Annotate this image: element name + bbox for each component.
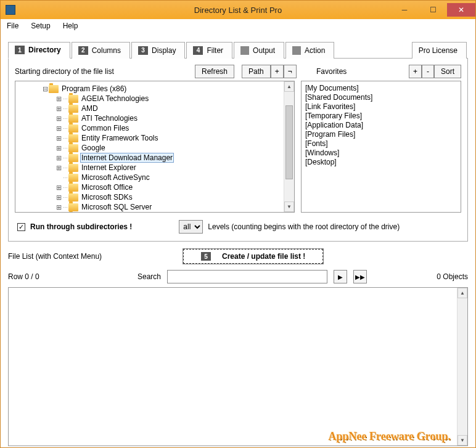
tree-node-label[interactable]: Internet Explorer	[80, 163, 137, 172]
favorite-item[interactable]: [Application Data]	[305, 121, 457, 130]
expander-icon[interactable]: ⊞	[55, 144, 62, 152]
objects-count-label: 0 Objects	[437, 272, 468, 281]
expander-icon[interactable]: ⊞	[55, 154, 62, 162]
tab-action[interactable]: Action	[285, 42, 334, 59]
folder-icon	[68, 134, 78, 142]
folder-icon	[68, 105, 78, 113]
path-plus-button[interactable]: +	[271, 65, 284, 78]
path-neg-button[interactable]: ¬	[284, 65, 297, 78]
favorite-item[interactable]: [Program Files]	[305, 130, 457, 139]
close-button[interactable]: ✕	[447, 3, 475, 17]
row-count-label: Row 0 / 0	[8, 272, 131, 281]
start-dir-label: Starting directory of the file list	[15, 67, 195, 76]
tree-node-label[interactable]: Common Files	[80, 124, 130, 132]
scroll-down-icon[interactable]: ▼	[284, 202, 294, 212]
menu-file[interactable]: File	[4, 20, 21, 31]
search-label: Search	[137, 272, 161, 281]
result-list[interactable]: AppNee Freeware Group. ▲ ▼	[8, 287, 468, 446]
folder-icon	[68, 124, 78, 132]
expander-icon[interactable]: ⊞	[55, 164, 62, 172]
search-last-button[interactable]: ▶▶	[353, 270, 367, 283]
expander-icon[interactable]: ⊞	[55, 95, 62, 103]
folder-icon	[68, 193, 78, 202]
tab-pro-license[interactable]: Pro License	[412, 42, 467, 59]
favorite-item[interactable]: [Link Favorites]	[305, 102, 457, 112]
fav-plus-button[interactable]: +	[409, 65, 422, 78]
fav-sort-button[interactable]: Sort	[434, 65, 461, 78]
tree-scrollbar[interactable]: ▲ ▼	[284, 81, 294, 212]
tree-node-label[interactable]: Microsoft ActiveSync	[80, 173, 151, 182]
folder-icon	[68, 164, 78, 172]
folder-icon	[68, 115, 78, 123]
folder-icon	[68, 184, 78, 192]
expander-icon[interactable]: ⊞	[55, 124, 62, 132]
tree-node-label[interactable]: Microsoft SDKs	[80, 193, 134, 202]
expander-icon[interactable]: ⊞	[55, 184, 62, 192]
folder-icon	[68, 174, 78, 182]
gear-icon	[292, 46, 301, 55]
search-next-button[interactable]: ▶	[334, 270, 347, 283]
folder-icon	[68, 95, 78, 103]
levels-select[interactable]: all	[179, 220, 203, 234]
panel-directory: Starting directory of the file list Refr…	[8, 59, 468, 242]
tab-directory[interactable]: 1Directory	[8, 42, 70, 59]
run-subdir-label: Run through subdirectories !	[30, 222, 132, 231]
scroll-down-icon[interactable]: ▼	[458, 435, 467, 446]
scroll-up-icon[interactable]: ▲	[458, 288, 467, 298]
folder-icon	[68, 203, 78, 211]
fav-minus-button[interactable]: -	[422, 65, 434, 78]
favorite-item[interactable]: [Temporary Files]	[305, 112, 457, 121]
tree-node-label[interactable]: Entity Framework Tools	[80, 134, 159, 142]
tab-columns[interactable]: 2Columns	[72, 42, 130, 59]
scroll-up-icon[interactable]: ▲	[284, 81, 294, 92]
menu-help[interactable]: Help	[60, 20, 81, 31]
expander-icon[interactable]: ⊞	[55, 105, 62, 113]
expander-icon[interactable]: ⊞	[55, 134, 62, 142]
favorites-list[interactable]: [My Documents][Shared Documents][Link Fa…	[301, 81, 461, 213]
document-icon	[240, 46, 249, 55]
tab-output[interactable]: Output	[234, 42, 284, 59]
menu-setup[interactable]: Setup	[28, 20, 52, 31]
tree-node-label[interactable]: Google	[80, 144, 107, 152]
expander-icon[interactable]: ⊞	[55, 203, 62, 211]
tree-node-label[interactable]: ATI Technologies	[80, 114, 139, 123]
maximize-button[interactable]: ☐	[419, 3, 447, 17]
tree-node-label[interactable]: Microsoft Office	[80, 183, 134, 192]
filelist-label: File List (with Context Menu)	[8, 252, 174, 261]
expander-icon[interactable]: ⊞	[55, 115, 62, 123]
create-filelist-button[interactable]: 5 Create / update file list !	[183, 249, 323, 264]
path-button[interactable]: Path	[242, 65, 271, 78]
tree-node-label[interactable]: Program Files (x86)	[60, 84, 128, 93]
result-scrollbar[interactable]: ▲ ▼	[457, 288, 467, 446]
tab-filter[interactable]: 4Filter	[186, 42, 232, 59]
folder-icon	[68, 144, 78, 152]
minimize-button[interactable]: ─	[390, 3, 419, 17]
levels-label: Levels (counting begins with the root di…	[208, 222, 400, 231]
tree-node-label[interactable]: AGEIA Technologies	[80, 94, 150, 103]
tabs: 1Directory 2Columns 3Display 4Filter Out…	[8, 41, 468, 59]
watermark: AppNee Freeware Group.	[329, 430, 451, 443]
favorite-item[interactable]: [Fonts]	[305, 139, 457, 149]
refresh-button[interactable]: Refresh	[195, 65, 234, 78]
run-subdir-checkbox[interactable]: ✓	[17, 223, 25, 231]
app-icon	[6, 5, 15, 15]
tree-node-label[interactable]: AMD	[80, 104, 99, 113]
tab-display[interactable]: 3Display	[131, 42, 185, 59]
favorite-item[interactable]: [My Documents]	[305, 84, 457, 93]
titlebar: Directory List & Print Pro ─ ☐ ✕	[1, 1, 475, 19]
menubar: File Setup Help	[1, 19, 475, 33]
favorite-item[interactable]: [Windows]	[305, 149, 457, 158]
tree-node-label[interactable]: Microsoft SQL Server	[80, 203, 153, 211]
folder-icon	[68, 154, 78, 162]
favorite-item[interactable]: [Desktop]	[305, 158, 457, 167]
directory-tree[interactable]: ⊟Program Files (x86)⊞⋯AGEIA Technologies…	[15, 81, 295, 213]
expander-icon[interactable]: ⊟	[41, 85, 49, 93]
favorite-item[interactable]: [Shared Documents]	[305, 93, 457, 102]
tree-node-label[interactable]: Internet Download Manager	[80, 153, 174, 163]
favorites-label: Favorites	[316, 67, 409, 76]
expander-icon[interactable]: ⊞	[55, 193, 62, 202]
search-input[interactable]	[167, 270, 327, 283]
folder-icon	[49, 85, 59, 93]
